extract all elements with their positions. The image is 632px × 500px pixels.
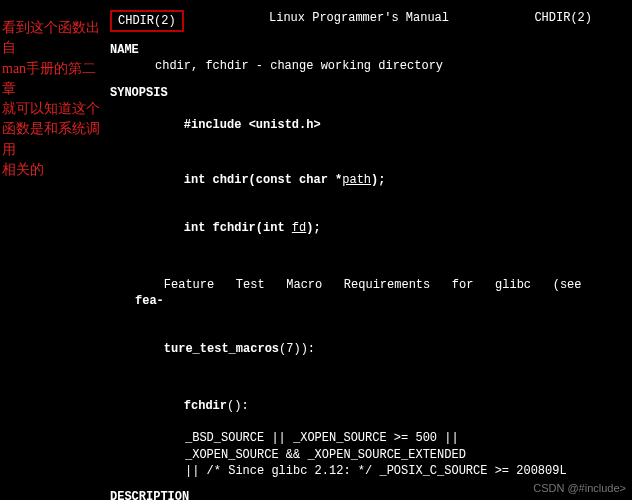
proto2-pre: int fchdir(int [184,221,292,235]
man-header-left: CHDIR(2) [110,10,184,32]
section-name-text: chdir, fchdir - change working directory [110,58,622,74]
ftm-text: Feature Test Macro Requirements for glib… [164,278,596,292]
include-header: <unistd.h> [249,118,321,132]
man-header-center: Linux Programmer's Manual [269,10,449,32]
macro-line2: _XOPEN_SOURCE && _XOPEN_SOURCE_EXTENDED [110,447,622,463]
section-synopsis-head: SYNOPSIS [110,85,622,101]
ftm-bold: fea- [135,294,164,308]
synopsis-proto2: int fchdir(int fd); [110,204,622,253]
include-directive: #include [184,118,249,132]
ftm2-bold: ture_test_macros [164,342,279,356]
proto2-post: ); [306,221,320,235]
man-header: CHDIR(2) Linux Programmer's Manual CHDIR… [110,10,622,32]
proto1-arg: path [342,173,371,187]
macro-line3: || /* Since glibc 2.12: */ _POSIX_C_SOUR… [110,463,622,479]
section-name-head: NAME [110,42,622,58]
man-header-right: CHDIR(2) [534,10,592,32]
proto2-arg: fd [292,221,306,235]
synopsis-proto1: int chdir(const char *path); [110,155,622,204]
fchdir-fn: fchdir [184,399,227,413]
macro-line1: _BSD_SOURCE || _XOPEN_SOURCE >= 500 || [110,430,622,446]
fchdir-label: fchdir(): [110,382,622,431]
proto1-pre: int chdir(const char * [184,173,342,187]
synopsis-include: #include <unistd.h> [110,101,622,150]
synopsis-ftm2: ture_test_macros(7)): [110,325,622,374]
man-page: CHDIR(2) Linux Programmer's Manual CHDIR… [0,0,632,500]
ftm2-tail: (7)): [279,342,315,356]
synopsis-ftm: Feature Test Macro Requirements for glib… [110,260,622,325]
proto1-post: ); [371,173,385,187]
watermark: CSDN @#include> [533,481,626,496]
fchdir-paren: (): [227,399,249,413]
